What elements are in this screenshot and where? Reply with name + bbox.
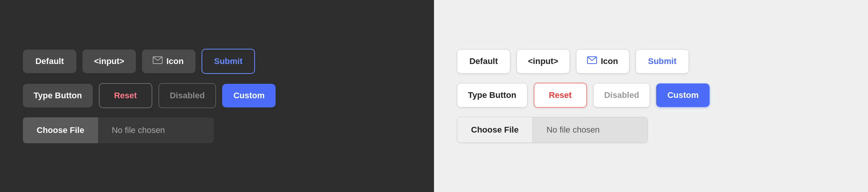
dark-submit-button[interactable]: Submit [202,49,255,74]
light-input-button[interactable]: <input> [516,49,570,74]
light-submit-button[interactable]: Submit [636,49,689,74]
light-reset-button[interactable]: Reset [534,83,587,108]
dark-file-input[interactable]: Choose File No file chosen [23,117,214,143]
light-default-button[interactable]: Default [457,49,510,74]
light-disabled-button[interactable]: Disabled [593,83,650,107]
mail-icon [153,56,163,66]
dark-type-button-button[interactable]: Type Button [23,84,93,107]
dark-icon-button-label: Icon [166,56,184,66]
dark-panel: Default <input> Icon Submit Type Button … [0,0,434,192]
dark-row-1: Default <input> Icon Submit [23,49,255,74]
light-no-file-label: No file chosen [533,117,647,142]
dark-disabled-button[interactable]: Disabled [158,83,216,108]
dark-choose-file-button[interactable]: Choose File [23,117,98,143]
light-icon-button-label: Icon [601,56,618,66]
light-type-button-button[interactable]: Type Button [457,83,528,107]
dark-icon-button[interactable]: Icon [142,50,195,73]
dark-custom-button[interactable]: Custom [222,84,276,107]
dark-input-button[interactable]: <input> [82,50,136,73]
mail-icon-light [587,56,597,66]
dark-reset-button[interactable]: Reset [99,83,152,108]
dark-no-file-label: No file chosen [98,117,214,143]
light-row-1: Default <input> Icon Submit [457,49,689,74]
light-row-2: Type Button Reset Disabled Custom [457,83,710,108]
light-panel: Default <input> Icon Submit Type Button … [434,0,868,192]
light-file-input[interactable]: Choose File No file chosen [457,117,648,143]
dark-default-button[interactable]: Default [23,50,76,73]
light-custom-button[interactable]: Custom [656,83,710,107]
light-choose-file-button[interactable]: Choose File [457,117,533,142]
dark-row-2: Type Button Reset Disabled Custom [23,83,276,108]
light-icon-button[interactable]: Icon [576,49,629,74]
